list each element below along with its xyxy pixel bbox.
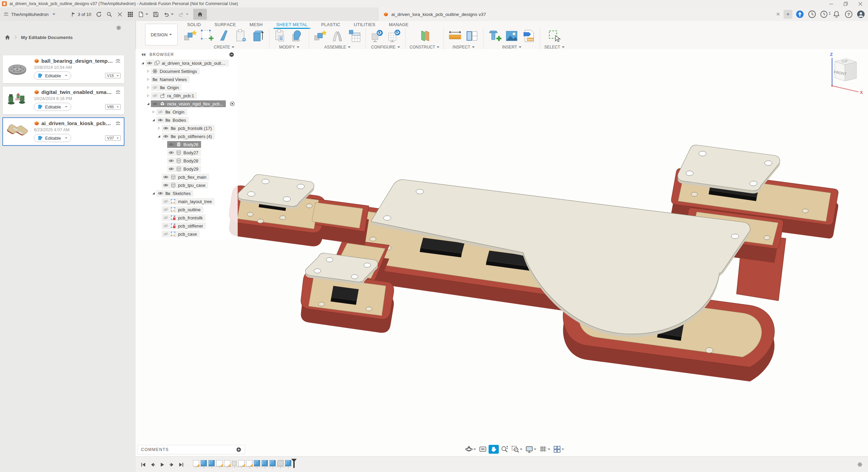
visibility-eye-icon[interactable] [163, 182, 169, 188]
redo-button[interactable] [178, 12, 189, 17]
zoom-window-button[interactable] [510, 445, 524, 454]
expand-arrow-icon[interactable] [151, 117, 156, 123]
extrude-icon[interactable] [251, 29, 265, 43]
tab-mesh[interactable]: MESH [249, 21, 263, 28]
bend-icon[interactable] [217, 29, 231, 43]
minimize-icon[interactable] [829, 2, 833, 6]
browser-row-body28[interactable]: Body28 [137, 157, 238, 165]
browser-row-main-layout-tree[interactable]: main_layout_tree [137, 197, 238, 205]
browser-row-pcb-flex-main[interactable]: pcb_flex_main [137, 173, 238, 181]
team-hub-selector[interactable]: TheAmplituhedron [0, 7, 59, 21]
extrude-icon[interactable] [209, 460, 215, 466]
panel-settings-button[interactable] [116, 25, 121, 31]
visibility-eye-off-icon[interactable] [152, 85, 158, 90]
model-case-bottom-left[interactable] [301, 239, 394, 333]
cancel-button[interactable] [117, 12, 123, 17]
browser-row-origin-2[interactable]: Origin [137, 108, 238, 116]
version-dropdown[interactable]: V15 [105, 73, 121, 78]
document-tab[interactable]: ai_driven_lora_kiosk_pcb_outline_designs… [378, 12, 772, 17]
avatar-icon[interactable] [857, 10, 865, 18]
select-box-icon[interactable] [547, 29, 561, 43]
expand-arrow-icon[interactable] [145, 101, 151, 106]
orbit-button[interactable] [464, 445, 477, 454]
browser-row-body29[interactable]: Body29 [137, 165, 238, 173]
browser-row-pcb-stiffener-sketch[interactable]: pcb_stiffener [137, 222, 238, 230]
browser-row-nicla-vision-component[interactable]: nicla_vision_rigid_flex_pcb... [137, 100, 238, 108]
new-tab-button[interactable]: + [784, 10, 792, 19]
activate-component-radio[interactable] [230, 101, 235, 106]
insert-fastener-icon[interactable] [488, 29, 502, 43]
group-label-configure[interactable]: CONFIGURE [371, 45, 400, 50]
document-card-digital-twin[interactable]: digital_twin_enabled_smart_ship... 10/24… [2, 86, 124, 115]
collapse-panel-icon[interactable] [141, 52, 146, 57]
visibility-eye-off-icon[interactable] [158, 109, 163, 115]
visibility-eye-icon[interactable] [169, 150, 174, 155]
unfold-icon[interactable] [274, 29, 288, 43]
visibility-eye-off-icon[interactable] [163, 223, 169, 229]
grid-display-button[interactable] [538, 445, 551, 454]
browser-row-origin[interactable]: Origin [137, 83, 238, 92]
pan-button[interactable] [489, 445, 499, 454]
visibility-eye-icon[interactable] [163, 174, 169, 180]
job-status-button[interactable]: 3 of 10 [71, 12, 91, 17]
visibility-eye-icon[interactable] [152, 101, 158, 106]
comments-panel[interactable]: COMMENTS [137, 445, 245, 454]
browser-row-body26[interactable]: Body26 [137, 140, 238, 149]
extrude-icon[interactable] [201, 460, 207, 466]
group-label-insert[interactable]: INSERT [502, 45, 521, 50]
visibility-eye-icon[interactable] [169, 142, 174, 147]
close-tab-icon[interactable]: ✕ [772, 11, 784, 17]
expand-arrow-icon[interactable] [145, 85, 151, 90]
group-label-inspect[interactable]: INSPECT [453, 45, 475, 50]
visibility-eye-icon[interactable] [158, 191, 163, 196]
extrude-icon[interactable] [262, 460, 268, 466]
group-label-select[interactable]: SELECT [544, 45, 565, 50]
sketch-icon[interactable] [216, 460, 222, 466]
expand-arrow-icon[interactable] [151, 109, 156, 115]
workspace-selector[interactable]: DESIGN [145, 24, 178, 45]
new-component-icon[interactable] [313, 29, 328, 43]
browser-row-sketches[interactable]: Sketches [137, 189, 238, 197]
fillet-icon[interactable] [277, 460, 283, 466]
undo-button[interactable] [163, 12, 174, 17]
browser-row-document-settings[interactable]: Document Settings [137, 67, 238, 75]
extrude-icon[interactable] [285, 460, 291, 466]
visibility-eye-off-icon[interactable] [163, 231, 169, 237]
document-card-ball-bearing[interactable]: ball_bearing_design_template 10/8/2024 1… [2, 55, 124, 83]
home-icon[interactable] [5, 35, 10, 40]
access-dropdown[interactable]: Editable [34, 72, 71, 80]
access-dropdown[interactable]: Editable [34, 134, 71, 142]
browser-row-ra-08h-pcb[interactable]: ra_08h_pcb:1 [137, 92, 238, 100]
visibility-eye-off-icon[interactable] [163, 199, 169, 204]
zoom-button[interactable] [499, 445, 510, 454]
display-settings-button[interactable] [524, 445, 537, 454]
version-dropdown[interactable]: V85 [105, 104, 121, 110]
group-label-assemble[interactable]: ASSEMBLE [324, 45, 351, 50]
visibility-eye-off-icon[interactable] [163, 215, 169, 220]
sync-button[interactable] [96, 12, 102, 17]
data-panel-button[interactable] [127, 12, 133, 17]
visibility-eye-icon[interactable] [147, 60, 152, 66]
add-comment-icon[interactable] [236, 447, 241, 452]
visibility-eye-icon[interactable] [169, 166, 174, 172]
insert-svg-icon[interactable]: SVG [521, 29, 536, 43]
tab-manage[interactable]: MANAGE [388, 21, 409, 28]
viewports-button[interactable] [552, 445, 565, 454]
play-icon[interactable] [159, 462, 165, 468]
view-cube[interactable]: TOP FRONT Z X [825, 51, 865, 95]
skip-to-start-icon[interactable] [140, 462, 146, 468]
tab-surface[interactable]: SURFACE [214, 21, 237, 28]
group-label-modify[interactable]: MODIFY [279, 45, 299, 50]
expand-arrow-icon[interactable] [151, 191, 156, 196]
version-dropdown[interactable]: V37 [105, 135, 121, 141]
tab-solid[interactable]: SOLID [186, 21, 202, 28]
look-at-button[interactable] [478, 445, 488, 454]
timeline-settings-button[interactable] [857, 462, 863, 467]
job-timer-button[interactable]: 1 [820, 10, 828, 18]
visibility-eye-icon[interactable] [163, 125, 169, 131]
sketch-icon[interactable] [224, 460, 230, 466]
step-forward-icon[interactable] [169, 462, 175, 468]
save-button[interactable] [153, 12, 159, 17]
component-icon[interactable] [232, 461, 237, 466]
flange-icon[interactable] [183, 29, 197, 43]
